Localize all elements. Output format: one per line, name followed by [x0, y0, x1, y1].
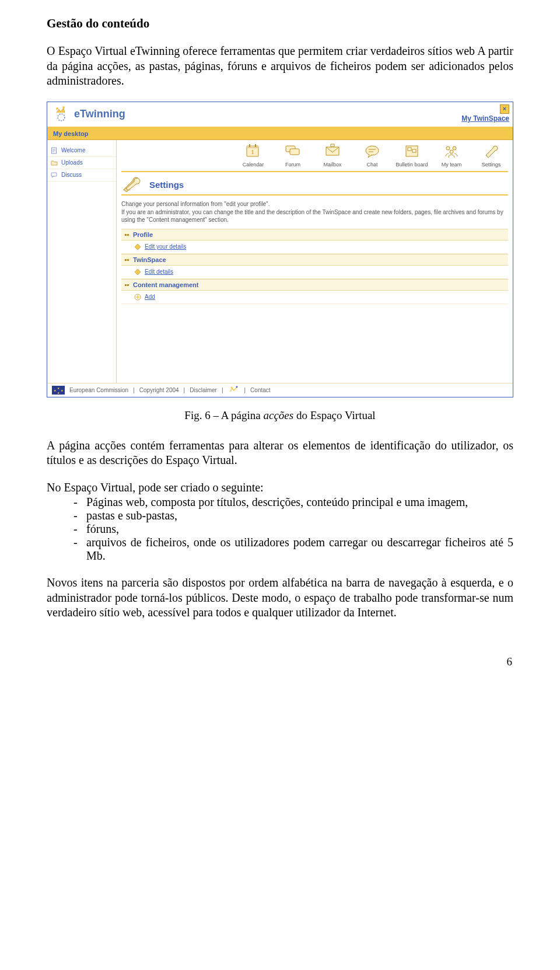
footer-contact[interactable]: Contact	[250, 387, 270, 393]
settings-description: Change your personal information from "e…	[121, 200, 508, 224]
svg-rect-7	[249, 144, 250, 147]
svg-rect-6	[247, 146, 258, 148]
folder-icon	[51, 159, 58, 166]
footer-copyright: Copyright 2004	[139, 387, 179, 393]
team-icon	[443, 144, 460, 160]
bulletin-icon	[403, 144, 421, 160]
paragraph-after-figure: A página acções contém ferramentas para …	[47, 438, 513, 468]
svg-point-1	[56, 107, 58, 110]
expand-icon	[125, 232, 130, 238]
closing-paragraph: Novos itens na parceria são dispostos po…	[47, 575, 513, 620]
settings-title: Settings	[149, 180, 184, 190]
forum-icon	[284, 144, 302, 160]
svg-point-2	[62, 106, 65, 109]
nav-label: Calendar	[243, 162, 264, 168]
nav-label: Settings	[482, 162, 501, 168]
section-heading: Gestão do conteúdo	[47, 16, 513, 31]
svg-rect-8	[255, 144, 256, 147]
app-header: eTwinning × My TwinSpace	[47, 102, 513, 128]
svg-text:1: 1	[251, 149, 254, 155]
eu-flag-icon: ★ ★ ★ ★	[52, 386, 65, 395]
svg-point-15	[366, 146, 379, 155]
bullet-list: No Espaço Virtual, pode ser criado o seg…	[47, 481, 513, 563]
nav-label: Mailbox	[323, 162, 341, 168]
sidebar: Welcome Uploads Discuss	[47, 140, 117, 383]
intro-paragraph: O Espaço Virtual eTwinning oferece ferra…	[47, 44, 513, 89]
list-item: -Páginas web, composta por títulos, desc…	[47, 496, 513, 509]
screenshot-figure: eTwinning × My TwinSpace My desktop Welc…	[47, 102, 513, 397]
list-item: -pastas e sub-pastas,	[47, 509, 513, 522]
list-item: -arquivos de ficheiros, onde os utilizad…	[47, 536, 513, 563]
nav-label: Chat	[366, 162, 377, 168]
diamond-icon	[134, 243, 141, 250]
svg-point-21	[450, 150, 453, 153]
section-content-management: Content management	[121, 279, 508, 291]
settings-header: Settings	[121, 177, 508, 196]
footer-disclaimer[interactable]: Disclaimer	[190, 387, 217, 393]
svg-rect-4	[51, 173, 57, 176]
figure-caption: Fig. 6 – A página acções do Espaço Virtu…	[47, 409, 513, 422]
nav-mailbox[interactable]: ! Mailbox	[316, 144, 349, 168]
nav-label: My team	[442, 162, 462, 168]
nav-label: Forum	[285, 162, 300, 168]
nav-chat[interactable]: Chat	[355, 144, 389, 168]
footer-contact-icon	[228, 386, 240, 394]
svg-point-23	[230, 387, 232, 389]
list-item: -fóruns,	[47, 522, 513, 536]
section-title: TwinSpace	[133, 256, 166, 263]
sidebar-item-discuss[interactable]: Discuss	[47, 169, 116, 182]
link-edit-details[interactable]: Edit details	[121, 266, 508, 279]
link-label: Add	[145, 294, 155, 300]
svg-point-24	[236, 386, 237, 388]
close-icon[interactable]: ×	[500, 104, 509, 114]
nav-calendar[interactable]: 1 Calendar	[236, 144, 270, 168]
diamond-icon	[134, 268, 141, 275]
svg-text:!: !	[332, 144, 332, 146]
my-desktop-band: My desktop	[47, 128, 513, 140]
svg-point-19	[446, 146, 450, 150]
sidebar-item-label: Uploads	[61, 159, 83, 166]
section-title: Profile	[133, 231, 153, 238]
main-content: 1 Calendar Forum ! Mailbox	[117, 140, 513, 383]
sidebar-item-label: Discuss	[61, 172, 82, 178]
nav-forum[interactable]: Forum	[276, 144, 310, 168]
link-label: Edit details	[145, 268, 173, 275]
page-number: 6	[0, 651, 560, 676]
wrench-large-icon	[121, 177, 144, 192]
plus-icon	[134, 294, 141, 301]
etwinning-logo-icon	[51, 104, 71, 124]
svg-rect-18	[412, 149, 416, 152]
svg-rect-17	[408, 148, 411, 151]
link-add[interactable]: Add	[121, 291, 508, 304]
link-edit-your-details[interactable]: Edit your details	[121, 240, 508, 254]
section-title: Content management	[133, 281, 198, 288]
nav-label: Bulletin board	[396, 162, 428, 168]
footer-ec: European Commission	[69, 387, 128, 393]
sidebar-item-uploads[interactable]: Uploads	[47, 157, 116, 169]
sidebar-item-label: Welcome	[61, 147, 86, 153]
link-label: Edit your details	[145, 243, 186, 250]
chat-icon	[51, 172, 58, 179]
nav-myteam[interactable]: My team	[435, 144, 468, 168]
my-twinspace-link[interactable]: My TwinSpace	[461, 114, 509, 123]
svg-point-20	[453, 146, 456, 150]
nav-bulletin[interactable]: Bulletin board	[395, 144, 429, 168]
svg-rect-11	[290, 149, 299, 155]
mailbox-icon: !	[324, 144, 341, 160]
expand-icon	[125, 282, 130, 288]
expand-icon	[125, 257, 130, 263]
calendar-icon: 1	[244, 144, 262, 160]
top-icon-bar: 1 Calendar Forum ! Mailbox	[121, 141, 508, 172]
page-icon	[51, 147, 58, 154]
sidebar-item-welcome[interactable]: Welcome	[47, 145, 116, 157]
nav-settings[interactable]: Settings	[474, 144, 508, 168]
section-profile: Profile	[121, 229, 508, 240]
etwinning-logo-text: eTwinning	[74, 108, 125, 120]
svg-point-0	[58, 114, 65, 121]
section-twinspace: TwinSpace	[121, 254, 508, 266]
figure-footer: ★ ★ ★ ★ European Commission | Copyright …	[47, 383, 513, 397]
etwinning-logo: eTwinning	[51, 104, 125, 124]
wrench-icon	[482, 144, 500, 160]
list-lead: No Espaço Virtual, pode ser criado o seg…	[47, 481, 513, 494]
chat-bubble-icon	[363, 144, 381, 160]
